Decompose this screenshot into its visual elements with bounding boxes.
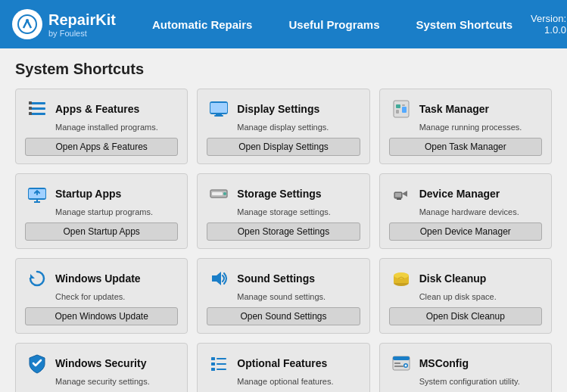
card-task-manager-title: Task Manager xyxy=(419,103,489,115)
card-msconfig: MSConfig System configuration utility. O… xyxy=(379,343,552,392)
shortcuts-grid: Apps & Features Manage installed program… xyxy=(15,89,552,392)
nav-automatic-repairs[interactable]: Automatic Repairs xyxy=(134,18,271,31)
svg-rect-16 xyxy=(402,104,405,106)
card-windows-security-header: Windows Security xyxy=(25,351,178,375)
card-msconfig-desc: System configuration utility. xyxy=(419,377,542,386)
svg-point-21 xyxy=(223,192,226,195)
card-storage-settings-desc: Manage storage settings. xyxy=(237,207,360,216)
open-device-manager-button[interactable]: Open Device Manager xyxy=(389,222,542,241)
card-device-manager-desc: Manage hardware devices. xyxy=(419,207,542,216)
card-startup-apps-title: Startup Apps xyxy=(55,188,121,200)
main-content: System Shortcuts Apps & Features Manage xyxy=(0,48,567,392)
card-task-manager-desc: Manage running processes. xyxy=(419,123,542,132)
card-display-settings-title: Display Settings xyxy=(237,103,319,115)
logo-icon xyxy=(12,9,42,39)
card-windows-security: Windows Security Manage security setting… xyxy=(15,343,188,392)
card-msconfig-header: MSConfig xyxy=(389,351,542,375)
svg-rect-36 xyxy=(393,356,410,360)
open-sound-settings-button[interactable]: Open Sound Settings xyxy=(207,307,360,325)
card-optional-features-header: Optional Features xyxy=(207,351,360,375)
card-apps-features-title: Apps & Features xyxy=(55,103,139,115)
msconfig-icon xyxy=(389,351,413,375)
open-apps-features-button[interactable]: Open Apps & Features xyxy=(25,138,178,156)
svg-rect-33 xyxy=(211,368,215,371)
card-windows-update-title: Windows Update xyxy=(55,272,141,285)
svg-rect-6 xyxy=(29,107,32,110)
svg-rect-9 xyxy=(210,103,227,113)
svg-rect-38 xyxy=(394,366,403,367)
card-windows-security-title: Windows Security xyxy=(55,357,146,369)
device-icon xyxy=(389,182,413,206)
svg-rect-23 xyxy=(395,193,401,197)
update-icon xyxy=(25,266,49,291)
svg-point-1 xyxy=(26,19,29,22)
sound-icon xyxy=(207,266,231,291)
card-disk-cleanup-title: Disk Cleanup xyxy=(419,272,487,285)
card-disk-cleanup-header: Disk Cleanup xyxy=(389,266,542,291)
card-sound-settings-title: Sound Settings xyxy=(237,272,315,285)
card-display-settings-header: Display Settings xyxy=(207,97,360,121)
card-device-manager-title: Device Manager xyxy=(419,188,500,200)
storage-icon xyxy=(207,182,231,206)
svg-point-28 xyxy=(394,272,409,278)
task-icon xyxy=(389,97,413,121)
open-task-manager-button[interactable]: Open Task Manager xyxy=(389,138,542,156)
svg-rect-30 xyxy=(217,358,226,359)
svg-rect-37 xyxy=(394,362,400,364)
card-storage-settings: Storage Settings Manage storage settings… xyxy=(197,173,369,249)
card-windows-update-desc: Check for updates. xyxy=(55,292,178,301)
card-display-settings-desc: Manage display settings. xyxy=(237,123,360,132)
svg-rect-7 xyxy=(29,112,32,115)
open-startup-apps-button[interactable]: Open Startup Apps xyxy=(25,222,178,241)
svg-point-40 xyxy=(404,365,407,367)
svg-rect-13 xyxy=(396,104,400,108)
svg-rect-29 xyxy=(211,357,215,360)
open-windows-update-button[interactable]: Open Windows Update xyxy=(25,307,178,325)
card-storage-settings-title: Storage Settings xyxy=(237,188,321,200)
card-optional-features-title: Optional Features xyxy=(237,357,327,369)
card-startup-apps-header: Startup Apps xyxy=(25,182,178,206)
logo-text: RepairKit by Foulest xyxy=(48,11,116,38)
card-device-manager-header: Device Manager xyxy=(389,182,542,206)
card-optional-features-desc: Manage optional features. xyxy=(237,377,360,386)
open-storage-settings-button[interactable]: Open Storage Settings xyxy=(207,222,360,241)
version-number: 1.0.0 xyxy=(544,24,566,36)
svg-marker-25 xyxy=(212,272,221,285)
nav-bar: Automatic Repairs Useful Programs System… xyxy=(134,18,531,31)
card-optional-features: Optional Features Manage optional featur… xyxy=(197,343,369,392)
svg-rect-11 xyxy=(214,115,223,117)
card-disk-cleanup: Disk Cleanup Clean up disk space. Open D… xyxy=(379,258,552,334)
svg-rect-32 xyxy=(217,363,226,365)
card-apps-features: Apps & Features Manage installed program… xyxy=(15,89,188,164)
card-sound-settings: Sound Settings Manage sound settings. Op… xyxy=(197,258,369,334)
card-sound-settings-header: Sound Settings xyxy=(207,266,360,291)
open-disk-cleanup-button[interactable]: Open Disk Cleanup xyxy=(389,307,542,325)
logo-title: RepairKit xyxy=(48,11,116,29)
nav-system-shortcuts[interactable]: System Shortcuts xyxy=(398,18,531,31)
startup-icon xyxy=(25,182,49,206)
card-disk-cleanup-desc: Clean up disk space. xyxy=(419,292,542,301)
card-windows-update: Windows Update Check for updates. Open W… xyxy=(15,258,188,334)
logo-sub: by Foulest xyxy=(48,29,116,38)
card-apps-features-desc: Manage installed programs. xyxy=(55,123,178,132)
optional-icon xyxy=(207,351,231,375)
disk-icon xyxy=(389,266,413,291)
display-icon xyxy=(207,97,231,121)
card-windows-update-header: Windows Update xyxy=(25,266,178,291)
card-display-settings: Display Settings Manage display settings… xyxy=(197,89,369,164)
svg-point-0 xyxy=(18,15,36,33)
logo-area: RepairKit by Foulest xyxy=(12,9,116,39)
version-area: Version: 1.0.0 xyxy=(531,13,566,36)
card-storage-settings-header: Storage Settings xyxy=(207,182,360,206)
card-startup-apps: Startup Apps Manage startup programs. Op… xyxy=(15,173,188,249)
open-display-settings-button[interactable]: Open Display Settings xyxy=(207,138,360,156)
svg-rect-31 xyxy=(211,362,215,366)
card-apps-features-header: Apps & Features xyxy=(25,97,178,121)
card-device-manager: Device Manager Manage hardware devices. … xyxy=(379,173,552,249)
svg-rect-15 xyxy=(402,107,407,113)
apps-icon xyxy=(25,97,49,121)
svg-rect-20 xyxy=(212,192,223,195)
svg-rect-34 xyxy=(217,369,226,370)
nav-useful-programs[interactable]: Useful Programs xyxy=(270,18,397,31)
svg-rect-24 xyxy=(397,198,401,200)
